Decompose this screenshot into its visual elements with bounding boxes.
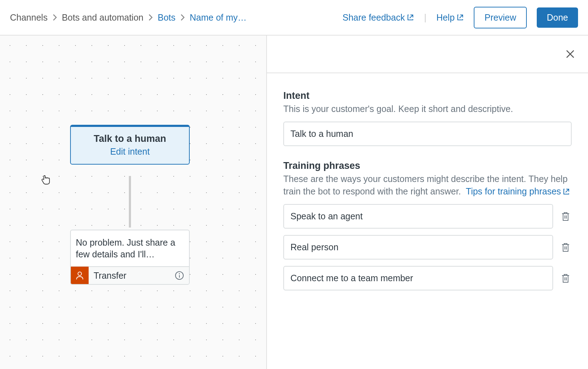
training-phrase-input[interactable]: [283, 235, 553, 260]
response-node[interactable]: No problem. Just share a few details and…: [70, 230, 190, 285]
tips-link[interactable]: Tips for training phrases: [466, 185, 570, 198]
trash-icon: [561, 273, 570, 284]
training-phrase-input[interactable]: [283, 204, 553, 229]
preview-button[interactable]: Preview: [474, 7, 527, 28]
close-button[interactable]: [565, 49, 575, 60]
help-link[interactable]: Help: [436, 12, 464, 23]
side-panel: Intent This is your customer's goal. Kee…: [267, 36, 588, 369]
breadcrumb: Channels Bots and automation Bots Name o…: [10, 12, 247, 23]
app-header: Channels Bots and automation Bots Name o…: [0, 0, 588, 36]
response-text: No problem. Just share a few details and…: [71, 230, 189, 266]
agent-icon: [71, 267, 89, 284]
hand-cursor-icon: [41, 173, 52, 187]
help-label: Help: [436, 12, 455, 23]
flow-canvas[interactable]: Talk to a human Edit intent No problem. …: [0, 36, 267, 369]
trash-icon: [561, 242, 570, 253]
svg-point-0: [78, 272, 82, 276]
external-link-icon: [407, 14, 414, 21]
close-icon: [565, 49, 575, 59]
training-phrase-input[interactable]: [283, 266, 553, 290]
svg-point-2: [179, 273, 180, 274]
chevron-right-icon: [180, 14, 185, 21]
info-icon[interactable]: [175, 271, 189, 280]
trash-icon: [561, 211, 570, 222]
tips-link-label: Tips for training phrases: [466, 185, 561, 198]
breadcrumb-item-bots-automation[interactable]: Bots and automation: [62, 12, 143, 23]
transfer-bar: Transfer: [71, 266, 189, 284]
delete-phrase-button[interactable]: [560, 241, 572, 254]
intent-section-desc: This is your customer's goal. Keep it sh…: [283, 103, 572, 115]
chevron-right-icon: [53, 14, 57, 21]
share-feedback-label: Share feedback: [342, 12, 405, 23]
training-section-title: Training phrases: [283, 160, 572, 171]
breadcrumb-item-channels[interactable]: Channels: [10, 12, 48, 23]
transfer-label: Transfer: [89, 271, 175, 281]
panel-header: [267, 36, 588, 73]
phrase-row: [283, 235, 572, 260]
node-connector: [129, 176, 131, 228]
header-actions: Share feedback | Help Preview Done: [342, 7, 578, 28]
header-divider: |: [424, 12, 426, 23]
intent-node-title: Talk to a human: [71, 133, 189, 144]
external-link-icon: [457, 14, 464, 21]
intent-input[interactable]: [283, 122, 572, 146]
breadcrumb-item-botname[interactable]: Name of my…: [190, 12, 247, 23]
share-feedback-link[interactable]: Share feedback: [342, 12, 414, 23]
external-link-icon: [563, 188, 570, 195]
phrase-row: [283, 266, 572, 290]
training-section-desc: These are the ways your customers might …: [283, 173, 572, 198]
phrase-row: [283, 204, 572, 229]
panel-body: Intent This is your customer's goal. Kee…: [267, 73, 588, 314]
phrases-container: [283, 204, 572, 290]
breadcrumb-item-bots[interactable]: Bots: [158, 12, 175, 23]
done-button[interactable]: Done: [537, 7, 578, 28]
intent-section-title: Intent: [283, 90, 572, 101]
delete-phrase-button[interactable]: [560, 272, 572, 285]
edit-intent-link[interactable]: Edit intent: [71, 146, 189, 157]
main-area: Talk to a human Edit intent No problem. …: [0, 36, 588, 369]
intent-node[interactable]: Talk to a human Edit intent: [70, 125, 190, 165]
chevron-right-icon: [148, 14, 153, 21]
delete-phrase-button[interactable]: [560, 210, 572, 223]
